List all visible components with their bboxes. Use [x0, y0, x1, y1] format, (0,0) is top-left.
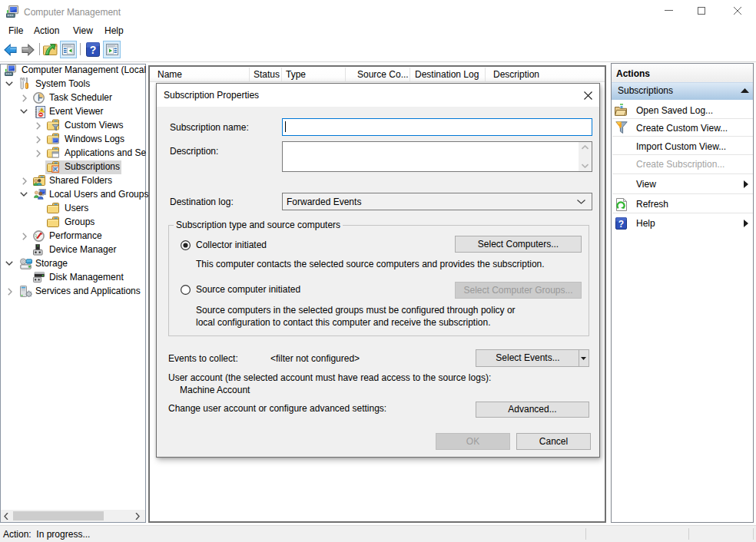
svg-text:?: ? — [90, 44, 97, 56]
svg-text:?: ? — [618, 219, 624, 230]
